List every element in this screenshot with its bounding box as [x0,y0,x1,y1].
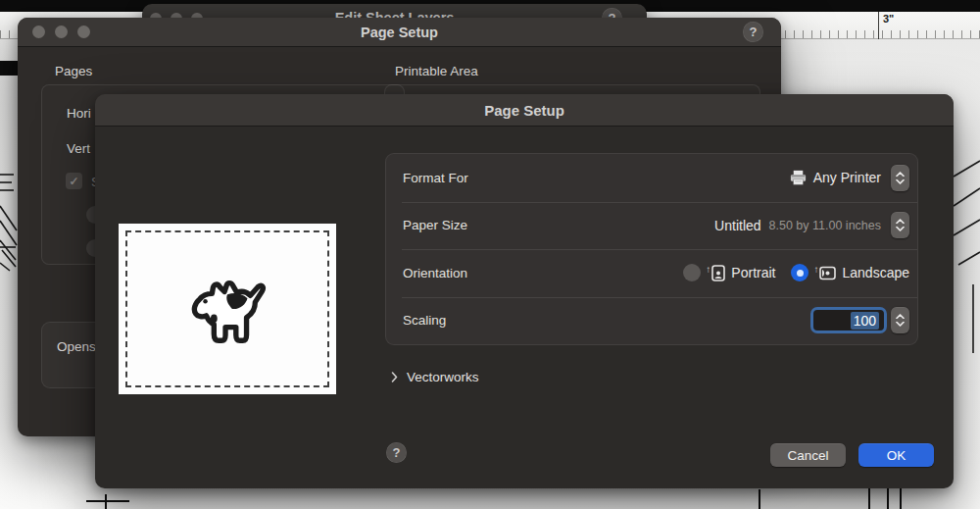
paper-size-label: Paper Size [403,218,467,232]
portrait-radio[interactable] [683,264,701,281]
minimize-button[interactable] [55,25,68,38]
portrait-radio-option[interactable]: ↑ Portrait [683,264,775,282]
paper-size-value: Untitled [714,218,760,233]
paper-size-dimensions: 8.50 by 11.00 inches [769,219,881,232]
page-setup-dialog: Page Setup Format For Any Printer [95,94,954,488]
ok-button[interactable]: OK [858,443,934,467]
landscape-radio-selected[interactable] [791,264,808,281]
up-arrow-glyph: ↑ [813,264,818,275]
canvas-drawing-lines-left [0,39,18,509]
disclosure-chevron-icon [391,372,398,382]
scaling-input[interactable]: 100 [810,307,887,333]
cancel-button[interactable]: Cancel [770,443,846,467]
paper-size-dropdown[interactable]: Untitled 8.50 by 11.00 inches [714,212,909,238]
printer-icon [789,169,808,186]
portrait-label: Portrait [731,265,775,280]
checkbox-checked[interactable]: ✓ [66,173,82,189]
format-for-row: Format For Any Printer [386,154,917,202]
disclosure-label: Vectorworks [407,370,479,384]
up-arrow-glyph: ↑ [706,264,710,275]
orientation-row: Orientation ↑ Portrait ↑ [386,249,917,297]
stepper-chevrons-icon[interactable] [891,212,909,238]
ruler-3inch-line [878,12,879,39]
window-controls [32,25,90,38]
stepper-chevrons-icon[interactable] [891,307,909,333]
scaling-row: Scaling 100 [386,297,917,345]
dialog-title: Page Setup [361,25,438,40]
title-bar: Page Setup [18,18,781,47]
horizontal-label-fragment: Hori [67,106,91,121]
portrait-page-icon [711,265,725,281]
page-preview [119,224,336,394]
help-icon[interactable]: ? [743,22,763,42]
dog-preview-icon [179,267,275,351]
dialog-title: Page Setup [484,102,564,119]
pages-section-label: Pages [55,64,92,78]
orientation-label: Orientation [403,266,467,280]
help-icon[interactable]: ? [386,442,407,463]
vectorworks-disclosure[interactable]: Vectorworks [391,370,479,384]
scaling-value-selected: 100 [851,312,879,330]
format-for-value: Any Printer [813,170,881,185]
stepper-chevrons-icon[interactable] [891,165,909,191]
checkmark-icon: ✓ [69,175,78,188]
settings-panel: Format For Any Printer Paper Size [385,153,918,345]
landscape-radio-option[interactable]: ↑ Landscape [791,264,909,282]
canvas-drawing-lines-bottom [0,485,980,509]
title-bar: Page Setup [95,94,954,127]
vertical-label-fragment: Vert [67,141,90,156]
ruler-3inch-label: 3" [883,13,894,25]
canvas-drawing-lines-right [954,98,980,392]
format-for-label: Format For [403,171,468,185]
zoom-button[interactable] [77,25,90,38]
close-button[interactable] [32,25,45,38]
printable-area-section-label: Printable Area [395,64,478,78]
landscape-label: Landscape [842,265,909,280]
landscape-page-icon [819,265,836,281]
format-for-dropdown[interactable]: Any Printer [789,165,909,191]
scaling-label: Scaling [403,313,446,328]
paper-size-row: Paper Size Untitled 8.50 by 11.00 inches [386,202,917,250]
